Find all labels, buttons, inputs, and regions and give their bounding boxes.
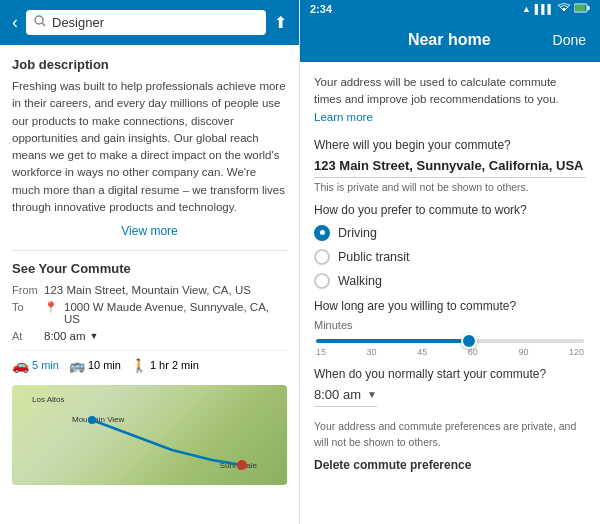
slider-thumb[interactable]: [461, 333, 477, 349]
start-commute-section: When do you normally start your commute?…: [314, 367, 586, 407]
radio-walking-label: Walking: [338, 274, 382, 288]
tick-90: 90: [518, 347, 528, 357]
commute-pref-question: How do you prefer to commute to work?: [314, 203, 586, 217]
status-time: 2:34: [310, 3, 332, 15]
dropdown-arrow-icon: ▼: [367, 389, 377, 400]
job-description-title: Job description: [12, 57, 287, 72]
search-input[interactable]: [52, 15, 258, 30]
commute-at-label: At: [12, 330, 40, 342]
tick-30: 30: [367, 347, 377, 357]
svg-rect-5: [588, 6, 590, 10]
delete-preference-button[interactable]: Delete commute preference: [314, 458, 586, 472]
radio-transit[interactable]: Public transit: [314, 249, 586, 265]
mode-walk: 🚶 1 hr 2 min: [131, 357, 199, 373]
location-pin-icon: 📍: [44, 301, 58, 314]
radio-transit-label: Public transit: [338, 250, 410, 264]
start-time-value: 8:00 am: [314, 387, 361, 402]
battery-icon: [574, 3, 590, 15]
commute-time-value: 8:00 am: [44, 330, 86, 342]
done-button[interactable]: Done: [553, 32, 586, 48]
walk-icon: 🚶: [131, 358, 147, 373]
walk-time: 1 hr 2 min: [150, 359, 199, 371]
bus-icon: 🚌: [69, 358, 85, 373]
share-button[interactable]: ⬆: [274, 13, 287, 32]
svg-rect-6: [575, 5, 585, 11]
radio-walking-circle: [314, 273, 330, 289]
commute-from-label: From: [12, 284, 40, 296]
right-content: Your address will be used to calculate c…: [300, 62, 600, 524]
right-panel: 2:34 ▲ ▌▌▌ Near home Done: [300, 0, 600, 524]
commute-to-value: 1000 W Maude Avenue, Sunnyvale, CA, US: [64, 301, 287, 325]
radio-walking[interactable]: Walking: [314, 273, 586, 289]
info-text: Your address will be used to calculate c…: [314, 74, 586, 126]
location-status-icon: ▲: [522, 4, 531, 14]
commute-title: See Your Commute: [12, 261, 287, 276]
car-icon: 🚗: [12, 357, 29, 373]
radio-driving[interactable]: Driving: [314, 225, 586, 241]
slider-ticks: 15 30 45 60 90 120: [316, 347, 584, 357]
tick-15: 15: [316, 347, 326, 357]
status-icons: ▲ ▌▌▌: [522, 3, 590, 15]
start-time-dropdown[interactable]: 8:00 am ▼: [314, 387, 377, 407]
search-bar[interactable]: [26, 10, 266, 35]
left-content: Job description Freshing was built to he…: [0, 45, 299, 524]
where-question: Where will you begin your commute?: [314, 138, 586, 152]
job-description-text: Freshing was built to help professionals…: [12, 78, 287, 216]
svg-point-2: [88, 416, 96, 424]
commute-section: See Your Commute From 123 Main Street, M…: [12, 250, 287, 485]
commute-time-select[interactable]: 8:00 am ▼: [44, 330, 98, 342]
commute-options: Driving Public transit Walking: [314, 225, 586, 289]
commute-from-row: From 123 Main Street, Mountain View, CA,…: [12, 284, 287, 296]
commute-time-arrow: ▼: [90, 331, 99, 341]
svg-point-0: [35, 16, 43, 24]
duration-slider-section: How long are you willing to commute? Min…: [314, 299, 586, 357]
back-button[interactable]: ‹: [12, 12, 18, 33]
view-more-link[interactable]: View more: [12, 224, 287, 238]
slider-container[interactable]: 15 30 45 60 90 120: [314, 339, 586, 357]
svg-line-1: [42, 23, 45, 26]
tick-120: 120: [569, 347, 584, 357]
slider-fill: [316, 339, 469, 343]
address-value: 123 Main Street, Sunnyvale, California, …: [314, 158, 586, 178]
status-bar: 2:34 ▲ ▌▌▌: [300, 0, 600, 18]
signal-icon: ▌▌▌: [535, 4, 554, 14]
duration-question: How long are you willing to commute?: [314, 299, 586, 313]
transit-time: 10 min: [88, 359, 121, 371]
start-commute-question: When do you normally start your commute?: [314, 367, 586, 381]
right-header-title: Near home: [346, 31, 553, 49]
commute-to-row: To 📍 1000 W Maude Avenue, Sunnyvale, CA,…: [12, 301, 287, 325]
tick-45: 45: [417, 347, 427, 357]
commute-from-value: 123 Main Street, Mountain View, CA, US: [44, 284, 251, 296]
commute-at-row: At 8:00 am ▼: [12, 330, 287, 342]
map-preview: Los Altos Mountain View Sunnyvale: [12, 385, 287, 485]
commute-to-label: To: [12, 301, 40, 313]
left-header: ‹ ⬆: [0, 0, 299, 45]
minutes-label: Minutes: [314, 319, 586, 331]
privacy-note: Your address and commute preferences are…: [314, 419, 586, 451]
learn-more-link[interactable]: Learn more: [314, 111, 373, 123]
slider-track: [316, 339, 584, 343]
mode-transit: 🚌 10 min: [69, 357, 121, 373]
radio-transit-circle: [314, 249, 330, 265]
car-time: 5 min: [32, 359, 59, 371]
svg-point-3: [237, 460, 247, 470]
left-panel: ‹ ⬆ Job description Freshing was built t…: [0, 0, 300, 524]
transport-modes: 🚗 5 min 🚌 10 min 🚶 1 hr 2 min: [12, 350, 287, 379]
radio-driving-label: Driving: [338, 226, 377, 240]
right-header: Near home Done: [300, 18, 600, 62]
wifi-icon: [558, 3, 570, 15]
mode-car: 🚗 5 min: [12, 357, 59, 373]
search-icon: [34, 15, 46, 30]
radio-driving-circle: [314, 225, 330, 241]
private-note: This is private and will not be shown to…: [314, 181, 586, 193]
